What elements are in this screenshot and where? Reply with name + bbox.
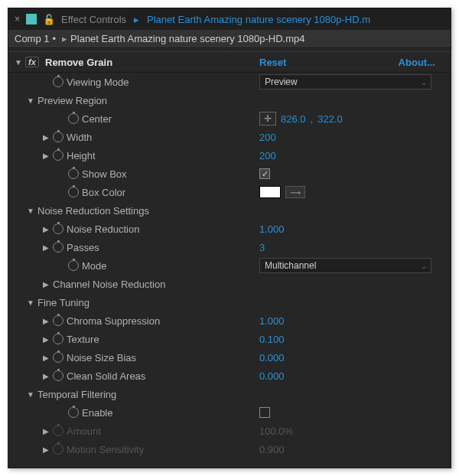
chevron-right-icon: ▸	[62, 33, 67, 44]
boxcolor-swatch[interactable]	[259, 186, 281, 198]
center-y-value[interactable]: 322.0	[317, 113, 343, 125]
stopwatch-icon[interactable]	[68, 187, 79, 197]
prop-label: Enable	[82, 407, 112, 419]
prop-texture: Texture 0.100	[8, 330, 451, 348]
tab-title[interactable]: Effect Controls	[61, 14, 126, 25]
effect-controls-panel: × 🔓 Effect Controls ▸ Planet Earth Amazi…	[8, 8, 451, 468]
chroma-value[interactable]: 1.000	[259, 315, 285, 327]
tab-bar: × 🔓 Effect Controls ▸ Planet Earth Amazi…	[8, 8, 451, 30]
stopwatch-icon[interactable]	[68, 260, 79, 271]
prop-label: Viewing Mode	[67, 77, 129, 88]
group-label: Channel Noise Reduction	[53, 279, 165, 290]
twirl-icon[interactable]	[42, 317, 50, 325]
showbox-checkbox[interactable]: ✓	[259, 168, 270, 179]
mode-dropdown[interactable]: Multichannel ⌵	[259, 258, 431, 273]
prop-cleansolid: Clean Solid Areas 0.000	[8, 367, 451, 385]
group-fine-tuning: Fine Tuning	[8, 293, 451, 311]
prop-label: Motion Sensitivity	[67, 444, 144, 455]
prop-amount: Amount 100.0%	[8, 422, 451, 440]
stopwatch-icon[interactable]	[53, 77, 63, 87]
reset-link[interactable]: Reset	[259, 57, 286, 68]
width-value[interactable]: 200	[259, 132, 276, 143]
effect-name[interactable]: Remove Grain	[45, 57, 112, 68]
height-value[interactable]: 200	[259, 150, 276, 161]
cleansolid-value[interactable]: 0.000	[259, 370, 285, 382]
breadcrumb-dot: •	[53, 33, 57, 44]
twirl-icon[interactable]	[42, 225, 50, 233]
center-x-value[interactable]: 826.0	[281, 113, 306, 125]
twirl-icon[interactable]	[42, 152, 50, 160]
crosshair-icon[interactable]: ✛	[259, 112, 276, 126]
prop-label: Center	[82, 113, 112, 125]
prop-motion: Motion Sensitivity 0.900	[8, 440, 451, 458]
prop-label: Passes	[67, 242, 99, 253]
prop-height: Height 200	[8, 146, 451, 165]
prop-label: Chroma Suppression	[67, 315, 160, 327]
properties-list: fx Remove Grain Reset About... Viewing M…	[8, 48, 451, 461]
twirl-icon[interactable]	[42, 280, 50, 289]
prop-viewing-mode: Viewing Mode Preview ⌵	[8, 73, 451, 91]
close-icon[interactable]: ×	[15, 14, 20, 24]
prop-label: Clean Solid Areas	[67, 370, 145, 382]
viewing-mode-dropdown[interactable]: Preview ⌵	[259, 74, 431, 90]
group-preview-region: Preview Region	[8, 91, 451, 109]
stopwatch-icon	[53, 425, 63, 436]
stopwatch-icon[interactable]	[53, 352, 63, 363]
prop-label: Box Color	[82, 187, 125, 198]
breadcrumb-comp[interactable]: Comp 1	[15, 33, 50, 44]
twirl-icon[interactable]	[42, 243, 50, 252]
prop-label: Height	[67, 150, 96, 161]
stopwatch-icon[interactable]	[53, 315, 63, 326]
amount-value: 100.0%	[259, 425, 293, 437]
twirl-icon[interactable]	[15, 58, 22, 67]
fx-icon[interactable]: fx	[25, 57, 39, 67]
stopwatch-icon[interactable]	[53, 370, 63, 381]
stopwatch-icon[interactable]	[53, 132, 63, 142]
prop-boxcolor: Box Color ⟿	[8, 183, 451, 201]
eyedropper-icon[interactable]: ⟿	[285, 186, 305, 198]
passes-value[interactable]: 3	[259, 242, 265, 253]
twirl-icon	[42, 445, 50, 454]
stopwatch-icon[interactable]	[68, 113, 79, 124]
twirl-icon[interactable]	[42, 133, 50, 142]
group-noise-reduction: Noise Reduction Settings	[8, 201, 451, 220]
stopwatch-icon[interactable]	[53, 223, 63, 234]
chevron-down-icon: ⌵	[422, 262, 426, 270]
tab-filename[interactable]: Planet Earth Amazing nature scenery 1080…	[147, 14, 370, 25]
twirl-icon[interactable]	[42, 335, 50, 344]
nr-value[interactable]: 1.000	[259, 223, 285, 235]
stopwatch-icon[interactable]	[68, 168, 79, 179]
lock-icon[interactable]: 🔓	[43, 14, 55, 25]
motion-value: 0.900	[259, 444, 285, 455]
stopwatch-icon[interactable]	[53, 150, 63, 161]
prop-label: Noise Size Bias	[67, 352, 136, 364]
effect-header: fx Remove Grain Reset About...	[8, 51, 451, 73]
about-link[interactable]: About...	[399, 57, 435, 68]
prop-label: Width	[67, 132, 92, 143]
enable-checkbox[interactable]	[259, 407, 270, 418]
group-label: Noise Reduction Settings	[37, 205, 149, 217]
twirl-icon[interactable]	[27, 298, 34, 307]
prop-showbox: Show Box ✓	[8, 165, 451, 183]
prop-chroma: Chroma Suppression 1.000	[8, 311, 451, 330]
prop-enable: Enable	[8, 403, 451, 422]
twirl-icon[interactable]	[42, 354, 50, 362]
stopwatch-icon[interactable]	[53, 334, 63, 344]
texture-value[interactable]: 0.100	[259, 334, 285, 345]
prop-noisesize: Noise Size Bias 0.000	[8, 348, 451, 367]
prop-label: Noise Reduction	[67, 223, 139, 235]
twirl-icon[interactable]	[27, 207, 34, 215]
twirl-icon	[42, 427, 50, 435]
noisesize-value[interactable]: 0.000	[259, 352, 285, 364]
twirl-icon[interactable]	[42, 372, 50, 380]
twirl-icon[interactable]	[27, 390, 34, 399]
stopwatch-icon[interactable]	[53, 242, 63, 253]
stopwatch-icon[interactable]	[68, 407, 79, 418]
breadcrumb-layer[interactable]: Planet Earth Amazing nature scenery 1080…	[70, 33, 304, 44]
twirl-icon[interactable]	[27, 96, 34, 105]
group-label: Fine Tuning	[37, 297, 90, 308]
group-temporal: Temporal Filtering	[8, 385, 451, 403]
stopwatch-icon	[53, 444, 63, 455]
prop-mode: Mode Multichannel ⌵	[8, 256, 451, 275]
group-label: Preview Region	[37, 95, 107, 106]
